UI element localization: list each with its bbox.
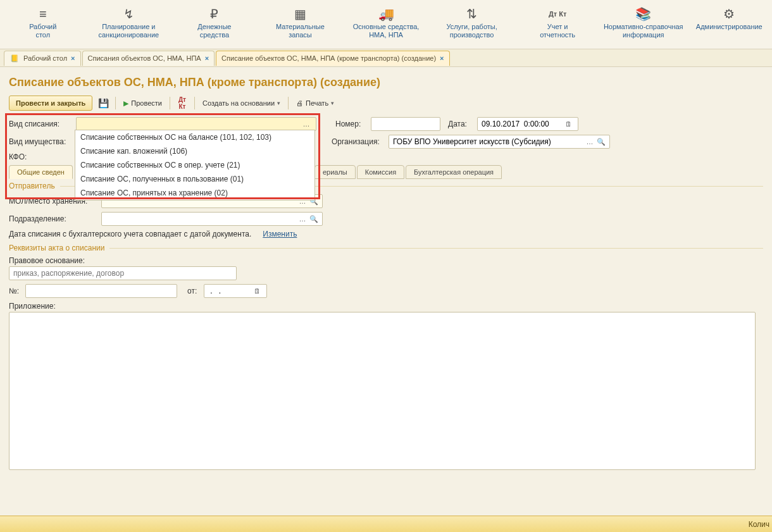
label-nomer: Номер: [335, 120, 367, 128]
pravo-field[interactable] [9, 266, 237, 280]
grid-icon: ▦ [294, 5, 306, 23]
separator [288, 97, 289, 109]
section-label: Отправитель [9, 182, 55, 190]
toolbar: Провести и закрыть 💾 ▶ Провести ДтКт Соз… [9, 96, 763, 111]
label-org: Организация: [332, 137, 385, 146]
post-button[interactable]: ▶ Провести [120, 96, 166, 111]
nav-reference[interactable]: 📚 Нормативно-справочная информация [601, 0, 687, 49]
nav-accounting[interactable]: Дт Кт Учет и отчетность [514, 0, 601, 49]
print-button[interactable]: 🖨 Печать [292, 96, 338, 111]
nav-materials[interactable]: ▦ Материальные запасы [258, 0, 344, 49]
change-link[interactable]: Изменить [263, 230, 297, 238]
top-nav: ≡ Рабочий стол ↯ Планирование и санкцион… [0, 0, 772, 49]
search-icon[interactable]: 🔍 [308, 213, 320, 225]
nav-money[interactable]: ₽ Денежные средства [171, 0, 258, 49]
nav-admin[interactable]: ⚙ Администрирование [687, 0, 773, 49]
tab-materials-partial[interactable]: ериалы [314, 165, 356, 179]
section-act-details: Реквизиты акта о списании [9, 244, 763, 252]
date-field[interactable]: 🗓 [477, 117, 578, 131]
dtkt-button[interactable]: ДтКт [174, 96, 190, 111]
podrazdelenie-field[interactable]: … 🔍 [101, 212, 323, 226]
page-title: Списание объектов ОС, НМА, НПА (кроме тр… [9, 76, 763, 89]
dropdown-item[interactable]: Списание кап. вложений (106) [75, 144, 314, 158]
dropdown-item[interactable]: Списание собственных ОС в опер. учете (2… [75, 158, 314, 172]
org-input[interactable] [392, 136, 584, 147]
tab-label: Рабочий стол [23, 54, 67, 62]
truck-icon: 🚚 [378, 5, 394, 23]
form-grid: Вид списания: … Номер: Дата: 🗓 Списание … [9, 117, 763, 470]
tab-writeoff-create[interactable]: Списание объектов ОС, НМА, НПА (кроме тр… [216, 51, 449, 66]
nav-label: Планирование и санкционирование [98, 23, 159, 39]
vid-spisaniya-input[interactable] [79, 118, 301, 130]
nomer-input[interactable] [374, 118, 437, 130]
divider [109, 248, 763, 249]
num-field[interactable] [25, 284, 177, 298]
date-note: Дата списания с бухгалтерского учета сов… [9, 230, 251, 238]
search-icon[interactable]: 🔍 [595, 136, 607, 147]
label-podrazdelenie: Подразделение: [9, 214, 97, 223]
vid-spisaniya-field[interactable]: … [76, 117, 316, 131]
dtkt-icon: Дт Кт [549, 5, 566, 23]
tab-label: Списание объектов ОС, НМА, НПА (кроме тр… [221, 54, 436, 62]
dropdown-button[interactable]: … [301, 118, 312, 130]
calendar-icon[interactable]: 🗓 [563, 118, 574, 130]
sliders-icon: ⇅ [466, 5, 477, 23]
podrazdelenie-input[interactable] [104, 213, 297, 225]
pravo-input[interactable] [12, 268, 233, 279]
attachment-textarea[interactable] [9, 312, 756, 470]
calendar-icon[interactable]: 🗓 [251, 285, 263, 297]
separator [115, 97, 116, 109]
label-vid-imushchestva: Вид имущества: [9, 137, 72, 146]
post-icon: ▶ [123, 99, 128, 108]
nav-label: Администрирование [696, 23, 763, 31]
nav-label: Нормативно-справочная информация [604, 23, 683, 39]
close-icon[interactable]: × [205, 54, 209, 62]
save-icon[interactable]: 💾 [95, 96, 111, 111]
tab-commission[interactable]: Комиссия [357, 165, 404, 179]
page: Списание объектов ОС, НМА, НПА (кроме тр… [0, 67, 772, 480]
vid-spisaniya-dropdown[interactable]: Списание собственных ОС на балансе (101,… [75, 130, 315, 201]
gear-icon: ⚙ [723, 5, 735, 23]
nav-assets[interactable]: 🚚 Основные средства, НМА, НПА [343, 0, 429, 49]
org-field[interactable]: … 🔍 [389, 135, 610, 149]
close-icon[interactable]: × [440, 54, 444, 62]
nav-label: Денежные средства [197, 23, 231, 39]
tab-writeoffs-list[interactable]: Списания объектов ОС, НМА, НПА × [82, 51, 215, 66]
dropdown-item[interactable]: Списание ОС, полученных в пользование (0… [75, 172, 314, 186]
label-kfo: КФО: [9, 152, 72, 161]
books-icon: 📚 [635, 5, 651, 23]
dropdown-item[interactable]: Списание ОС, принятых на хранение (02) [75, 186, 314, 200]
nav-label: Материальные запасы [276, 23, 325, 39]
label-ot: от: [187, 287, 200, 295]
ot-date-input[interactable] [207, 285, 251, 297]
desktop-icon: 📒 [9, 53, 20, 63]
nav-planning[interactable]: ↯ Планирование и санкционирование [86, 0, 172, 49]
nav-label: Учет и отчетность [540, 23, 575, 39]
nav-services[interactable]: ⇅ Услуги, работы, производство [429, 0, 515, 49]
dropdown-item[interactable]: Списание собственных ОС на балансе (101,… [75, 130, 314, 144]
tabs-row: 📒 Рабочий стол × Списания объектов ОС, Н… [0, 49, 772, 67]
close-icon[interactable]: × [71, 54, 75, 62]
nomer-field[interactable] [371, 117, 440, 131]
post-and-close-button[interactable]: Провести и закрыть [9, 96, 92, 111]
tab-accounting-op[interactable]: Бухгалтерская операция [406, 165, 502, 179]
label-vid-spisaniya: Вид списания: [9, 120, 72, 128]
nav-label: Основные средства, НМА, НПА [353, 23, 420, 39]
label-num: №: [9, 287, 22, 295]
nav-label: Услуги, работы, производство [446, 23, 497, 39]
ruble-icon: ₽ [210, 5, 218, 23]
menu-icon: ≡ [39, 5, 47, 23]
label-data: Дата: [448, 120, 473, 128]
open-button[interactable]: … [297, 213, 308, 225]
date-input[interactable] [480, 118, 563, 130]
tab-label: Списания объектов ОС, НМА, НПА [88, 54, 201, 62]
separator [170, 97, 170, 109]
tab-desktop[interactable]: 📒 Рабочий стол × [4, 51, 81, 66]
open-button[interactable]: … [584, 136, 595, 147]
section-label: Реквизиты акта о списании [9, 244, 104, 252]
tab-general[interactable]: Общие сведен [9, 165, 73, 179]
create-based-on-button[interactable]: Создать на основании [199, 96, 284, 111]
nav-desktop[interactable]: ≡ Рабочий стол [0, 0, 86, 49]
ot-date-field[interactable]: 🗓 [204, 284, 267, 298]
num-input[interactable] [28, 285, 174, 297]
